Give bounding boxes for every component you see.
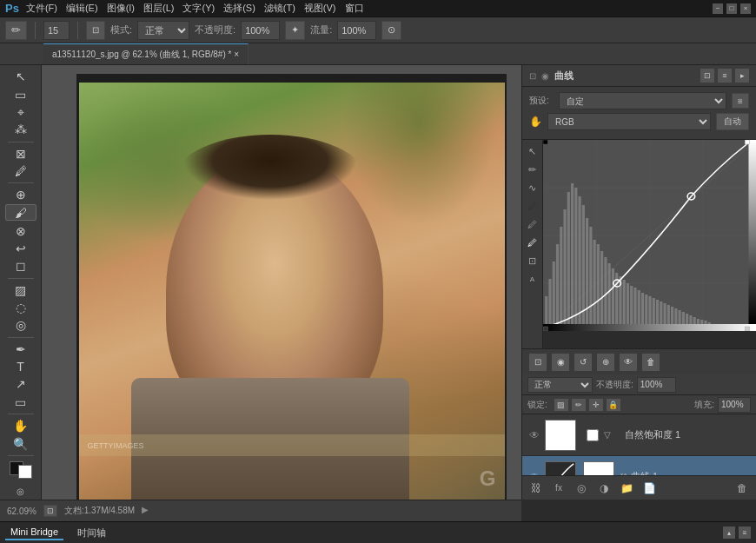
layer-visibility-vibrance[interactable]: 👁 <box>527 429 541 441</box>
curves-eyedropper-white[interactable]: 🖉 <box>525 235 540 250</box>
lock-paint-icon[interactable]: ✏ <box>572 399 586 411</box>
panel-btn-2[interactable]: ≡ <box>718 69 732 83</box>
svg-rect-29 <box>623 280 626 329</box>
curves-options-icon[interactable]: ≡ <box>732 93 749 109</box>
lock-transparency-icon[interactable]: ▨ <box>554 399 568 411</box>
path-tool[interactable]: ↗ <box>5 376 36 392</box>
curves-draw-tool[interactable]: ✏ <box>525 162 540 177</box>
clone-tool[interactable]: ⊗ <box>5 222 36 238</box>
menu-filter[interactable]: 滤镜(T) <box>264 2 295 15</box>
curves-bottom-btn-3[interactable]: ↺ <box>574 354 592 371</box>
pen-tool[interactable]: ✒ <box>5 341 36 356</box>
layers-panel: 正常 不透明度: 锁定: ▨ ✏ ✛ 🔒 填充: 👁 <box>522 374 756 500</box>
brush-tool-icon[interactable]: ✏ <box>5 21 27 40</box>
menu-text[interactable]: 文字(Y) <box>182 2 215 15</box>
doc-info-arrow[interactable]: ▶ <box>142 505 152 517</box>
pressure-button[interactable]: ⊙ <box>381 21 401 40</box>
curves-bottom-btn-4[interactable]: ⊕ <box>597 354 614 371</box>
tool-separator-4 <box>8 337 34 338</box>
layer-new-btn[interactable]: 📄 <box>640 480 658 496</box>
menu-view[interactable]: 视图(V) <box>304 2 336 15</box>
shape-tool[interactable]: ▭ <box>5 394 36 410</box>
layer-opacity-input[interactable] <box>637 377 676 393</box>
mini-bridge-tab[interactable]: Mini Bridge <box>5 525 63 540</box>
curves-edit-clipping[interactable]: ⊡ <box>525 253 540 268</box>
channel-select[interactable]: RGB <box>547 113 711 130</box>
eraser-tool[interactable]: ◻ <box>5 258 36 274</box>
layer-adjustment-btn[interactable]: ◑ <box>595 480 613 496</box>
wand-tool[interactable]: ⁂ <box>5 122 36 137</box>
layer-item-curves[interactable]: 👁 ⛓ 曲线 1 <box>522 456 756 475</box>
brush-preset-button[interactable]: ⊡ <box>86 21 105 40</box>
dodge-tool[interactable]: ◎ <box>5 317 36 333</box>
curves-bottom-btn-delete[interactable]: 🗑 <box>642 354 660 371</box>
panel-expand-icon[interactable]: ▴ <box>723 526 735 539</box>
zoom-tool[interactable]: 🔍 <box>5 435 36 451</box>
preset-select[interactable]: 自定 <box>559 92 726 109</box>
menu-image[interactable]: 图像(I) <box>107 2 135 15</box>
timeline-tab[interactable]: 时间轴 <box>72 525 111 541</box>
layer-checkbox-vibrance[interactable] <box>587 429 599 441</box>
minimize-button[interactable]: − <box>713 3 723 14</box>
menu-file[interactable]: 文件(F) <box>26 2 57 15</box>
opacity-input[interactable] <box>241 21 280 40</box>
crop-tool[interactable]: ⊠ <box>5 145 36 161</box>
svg-rect-11 <box>556 244 559 329</box>
blend-mode-select[interactable]: 正常 <box>137 21 189 40</box>
svg-rect-33 <box>638 290 640 329</box>
layer-link-btn[interactable]: ⛓ <box>527 480 545 496</box>
lock-position-icon[interactable]: ✛ <box>589 399 603 411</box>
menu-select[interactable]: 选择(S) <box>223 2 255 15</box>
curves-bottom-btn-1[interactable]: ⊡ <box>529 354 547 371</box>
blur-tool[interactable]: ◌ <box>5 300 36 315</box>
tool-separator-3 <box>8 278 34 279</box>
curves-eyedropper-gray[interactable]: 🖉 <box>525 216 540 232</box>
brush-tool[interactable]: 🖌 <box>5 204 36 221</box>
fill-input[interactable] <box>718 397 751 413</box>
quick-mask-button[interactable]: ◎ <box>5 484 36 500</box>
layer-mask-btn[interactable]: ◎ <box>573 480 590 496</box>
healing-tool[interactable]: ⊕ <box>5 187 36 202</box>
selection-tool[interactable]: ▭ <box>5 86 36 102</box>
menu-edit[interactable]: 编辑(E) <box>66 2 98 15</box>
airbrush-button[interactable]: ✦ <box>285 21 305 40</box>
text-tool[interactable]: T <box>5 359 36 374</box>
curves-smooth-tool[interactable]: ∿ <box>525 180 540 195</box>
curves-panel-header: ⊡ ◉ 曲线 ⊡ ≡ ▸ <box>522 65 756 87</box>
curves-pointer-tool[interactable]: ↖ <box>525 143 540 159</box>
svg-rect-34 <box>641 293 644 329</box>
tool-separator-2 <box>8 182 34 183</box>
close-button[interactable]: × <box>740 3 751 14</box>
curves-eyedropper-black[interactable]: 🖉 <box>525 198 540 214</box>
layer-delete-btn[interactable]: 🗑 <box>733 480 751 496</box>
flow-input[interactable] <box>337 21 376 40</box>
curves-graph[interactable] <box>543 140 756 331</box>
document-tab[interactable]: a13511120_s.jpg @ 62.1% (曲线 1, RGB/8#) *… <box>43 43 249 64</box>
layer-fx-btn[interactable]: fx <box>550 480 567 496</box>
brush-size-input[interactable] <box>43 21 70 40</box>
lock-all-icon[interactable]: 🔒 <box>607 399 620 411</box>
zoom-options-btn[interactable]: ⊡ <box>43 505 57 517</box>
panel-btn-1[interactable]: ⊡ <box>700 69 714 83</box>
menu-window[interactable]: 窗口 <box>345 2 364 15</box>
curves-target-tool[interactable]: A <box>525 271 540 287</box>
lasso-tool[interactable]: ⌖ <box>5 104 36 120</box>
panel-btn-collapse[interactable]: ▸ <box>735 69 749 83</box>
maximize-button[interactable]: □ <box>726 3 737 14</box>
layer-item-vibrance[interactable]: 👁 ▽ 自然饱和度 1 <box>522 414 756 456</box>
layer-group-btn[interactable]: 📁 <box>618 480 635 496</box>
layer-blend-mode-select[interactable]: 正常 <box>527 377 593 393</box>
background-color[interactable] <box>18 465 32 479</box>
gradient-tool[interactable]: ▨ <box>5 281 36 297</box>
curves-bottom-btn-2[interactable]: ◉ <box>552 354 569 371</box>
panel-options-icon[interactable]: ≡ <box>739 526 751 539</box>
curves-bottom-btn-5[interactable]: 👁 <box>620 354 637 371</box>
toolbar-separator <box>35 22 36 39</box>
menu-layers[interactable]: 图层(L) <box>143 2 174 15</box>
move-tool[interactable]: ↖ <box>5 69 36 84</box>
auto-button[interactable]: 自动 <box>716 113 749 130</box>
channel-row: ✋ RGB 自动 <box>529 113 749 130</box>
eyedropper-tool[interactable]: 🖉 <box>5 163 36 179</box>
history-brush[interactable]: ↩ <box>5 241 36 256</box>
hand-tool[interactable]: ✋ <box>5 418 36 434</box>
